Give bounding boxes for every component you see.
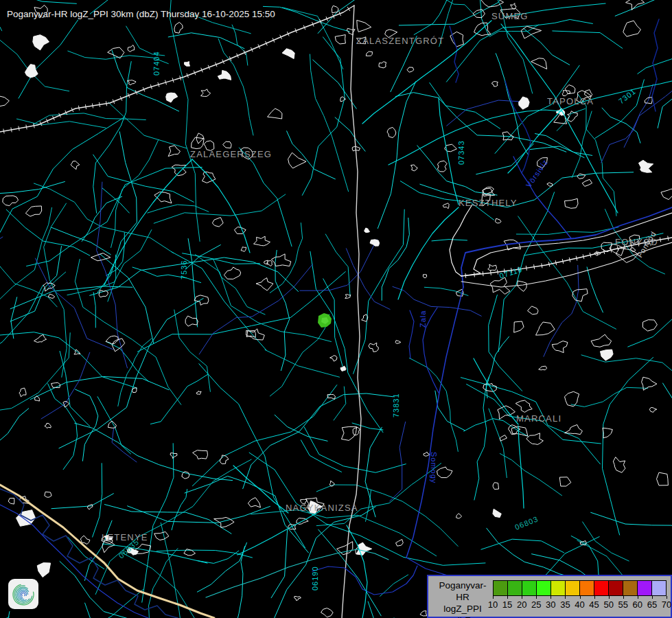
road-line bbox=[44, 590, 143, 618]
settlement-outline bbox=[168, 146, 180, 157]
road-line bbox=[11, 297, 17, 339]
road-line bbox=[572, 111, 592, 178]
settlement-outline bbox=[45, 423, 51, 428]
legend-color-cell bbox=[536, 580, 551, 596]
legend-tick-label: 40 bbox=[575, 599, 584, 610]
settlement-outline bbox=[423, 275, 426, 278]
creek-line bbox=[36, 258, 113, 350]
settlement-outline bbox=[559, 477, 571, 486]
settlement-outline bbox=[387, 127, 396, 137]
river-line bbox=[652, 19, 659, 111]
road-line bbox=[486, 336, 509, 398]
legend-tick-mark bbox=[507, 596, 508, 599]
road-line bbox=[19, 20, 78, 98]
settlement-outline bbox=[0, 96, 9, 107]
road-line bbox=[185, 476, 308, 553]
settlement-outline bbox=[25, 65, 38, 78]
river-line bbox=[206, 549, 389, 597]
settlement-outline bbox=[33, 35, 49, 50]
legend-title-block: Poganyvar-HR logZ_PPI dbZ bbox=[432, 580, 493, 618]
road-line bbox=[0, 207, 51, 299]
road-line bbox=[628, 247, 672, 347]
road-line bbox=[112, 50, 179, 111]
road-line bbox=[0, 117, 124, 232]
settlement-outline bbox=[642, 320, 657, 331]
railway-tick bbox=[11, 128, 12, 133]
railway-tick bbox=[78, 106, 79, 111]
legend-color-cell bbox=[579, 580, 594, 596]
road-line bbox=[287, 131, 336, 179]
settlement-outline bbox=[511, 3, 516, 10]
settlement-outline bbox=[582, 179, 592, 186]
road-line bbox=[316, 485, 458, 547]
settlement-outline bbox=[657, 472, 669, 485]
road-line bbox=[0, 19, 69, 91]
settlement-outline bbox=[407, 67, 414, 72]
road-line bbox=[93, 464, 102, 537]
settlement-outline bbox=[565, 425, 583, 435]
railway-tick bbox=[668, 236, 669, 241]
road-line bbox=[495, 65, 579, 153]
creek-line bbox=[390, 422, 406, 501]
road-line bbox=[487, 528, 569, 576]
road-line bbox=[142, 444, 174, 603]
settlement-outline bbox=[51, 382, 60, 387]
settlement-outline bbox=[357, 20, 371, 32]
road-line bbox=[414, 0, 452, 35]
settlement-outline bbox=[202, 172, 216, 183]
road-line bbox=[235, 547, 245, 618]
road-label: 06190 bbox=[311, 566, 319, 591]
city-label: TAPOLCA bbox=[547, 96, 594, 106]
settlement-outline bbox=[48, 294, 55, 298]
road-line bbox=[481, 539, 564, 553]
road-line bbox=[302, 37, 345, 196]
legend-tick-mark bbox=[522, 596, 522, 599]
settlement-outline bbox=[493, 509, 501, 517]
road-line bbox=[0, 0, 76, 3]
road-line bbox=[85, 603, 104, 618]
railway-tick bbox=[491, 271, 491, 275]
settlement-outline bbox=[288, 152, 306, 168]
road-line bbox=[239, 148, 292, 247]
creek-line bbox=[300, 240, 377, 290]
road-line bbox=[150, 374, 208, 424]
settlement-outline bbox=[172, 165, 186, 176]
settlement-outline bbox=[483, 383, 496, 391]
road-line bbox=[48, 384, 78, 470]
radar-legend: Poganyvar-HR logZ_PPI dbZ 10152025303540… bbox=[427, 575, 672, 618]
creek-line bbox=[199, 264, 312, 354]
legend-color-cell bbox=[565, 580, 580, 596]
creek-line bbox=[112, 428, 137, 462]
road-line bbox=[132, 267, 201, 283]
road-line bbox=[561, 110, 618, 213]
road-line bbox=[0, 0, 2, 31]
settlement-outline bbox=[395, 341, 401, 344]
settlement-outline bbox=[327, 395, 335, 400]
settlement-outline bbox=[128, 45, 135, 52]
settlement-outline bbox=[185, 316, 198, 326]
settlement-outline bbox=[396, 540, 404, 547]
settlement-outline bbox=[526, 433, 544, 445]
road-line bbox=[30, 376, 169, 399]
road-line bbox=[232, 25, 248, 65]
settlement-outline bbox=[420, 611, 427, 616]
legend-tick-mark bbox=[565, 596, 566, 599]
settlement-outline bbox=[591, 334, 612, 347]
railway-tick bbox=[26, 125, 27, 130]
settlement-outline bbox=[282, 49, 294, 59]
legend-tick-label: 55 bbox=[618, 599, 628, 610]
settlement-outline bbox=[193, 450, 208, 459]
settlement-outline bbox=[565, 198, 579, 208]
legend-color-cell bbox=[493, 580, 508, 596]
settlement-outline bbox=[45, 492, 51, 497]
road-line bbox=[263, 6, 349, 32]
settlement-outline bbox=[364, 228, 370, 233]
legend-tick-label: 35 bbox=[560, 599, 570, 610]
legend-color-cell bbox=[594, 580, 609, 596]
settlement-outline bbox=[192, 137, 205, 149]
road-line bbox=[271, 530, 288, 598]
road-line bbox=[199, 364, 305, 548]
settlement-outline bbox=[174, 22, 183, 33]
road-line bbox=[591, 512, 672, 544]
road-line bbox=[398, 207, 459, 299]
